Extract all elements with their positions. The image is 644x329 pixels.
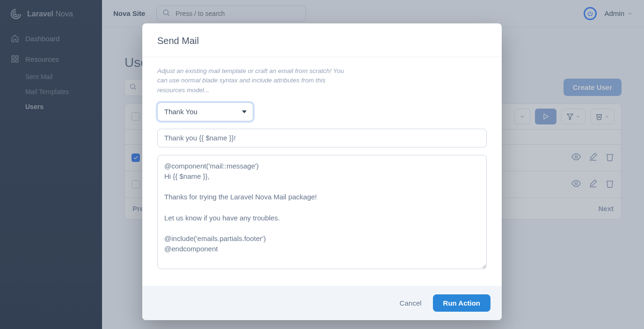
modal-help-text: Adjust an existing mail template or craf… <box>157 57 344 102</box>
template-select[interactable]: Thank You <box>157 102 253 121</box>
cancel-button[interactable]: Cancel <box>400 299 422 307</box>
send-mail-modal: Send Mail Adjust an existing mail templa… <box>142 23 502 320</box>
modal-overlay: Send Mail Adjust an existing mail templa… <box>0 0 644 329</box>
body-textarea[interactable] <box>157 155 487 269</box>
modal-title: Send Mail <box>142 23 502 57</box>
subject-input[interactable] <box>157 129 487 147</box>
run-action-button[interactable]: Run Action <box>433 294 490 312</box>
template-select-wrap[interactable]: Thank You <box>157 102 253 121</box>
